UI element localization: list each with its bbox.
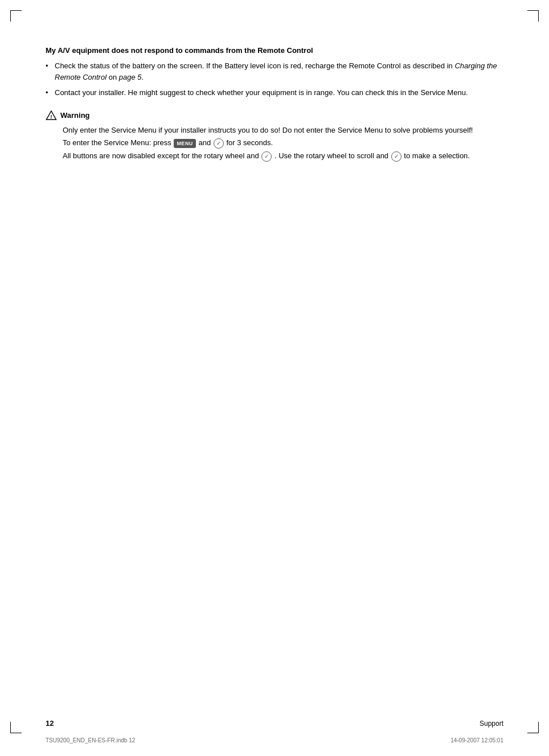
bullet-text-1a: Check the status of the battery on the s…: [55, 61, 454, 70]
warning-text-3a: All buttons are now disabled except for …: [63, 151, 261, 160]
menu-button-badge: MENU: [174, 139, 196, 148]
warning-header: ! Warning: [46, 110, 503, 121]
page-footer: 12 Support: [46, 719, 503, 728]
svg-text:!: !: [51, 114, 52, 120]
warning-title: Warning: [60, 111, 90, 120]
page-container: My A/V equipment does not respond to com…: [0, 0, 549, 756]
warning-text-3b: . Use the rotary wheel to scroll and: [274, 151, 391, 160]
bullet-list: Check the status of the battery on the s…: [46, 60, 503, 98]
warning-text-3c: to make a selection.: [404, 151, 470, 160]
list-item: Contact your installer. He might suggest…: [46, 87, 503, 98]
bullet-text-1c: .: [142, 73, 144, 81]
warning-box: ! Warning Only enter the Service Menu if…: [46, 110, 503, 162]
page-number: 12: [46, 719, 54, 728]
warning-line-1: Only enter the Service Menu if your inst…: [63, 125, 503, 137]
main-content: My A/V equipment does not respond to com…: [46, 46, 503, 162]
warning-line-3: All buttons are now disabled except for …: [63, 150, 503, 162]
warning-line-2: To enter the Service Menu: press MENU an…: [63, 137, 503, 149]
corner-mark-tr: [527, 10, 539, 22]
bullet-text-1b: on: [106, 73, 119, 81]
corner-mark-bl: [10, 722, 22, 733]
warning-content: Only enter the Service Menu if your inst…: [63, 125, 503, 162]
check-circle-2: ✓: [261, 151, 272, 162]
section-heading: My A/V equipment does not respond to com…: [46, 46, 503, 56]
check-circle-3: ✓: [391, 151, 401, 162]
warning-triangle-icon: !: [46, 110, 57, 121]
corner-mark-br: [527, 722, 539, 733]
corner-mark-tl: [10, 10, 22, 22]
bullet-text-2: Contact your installer. He might suggest…: [55, 88, 468, 97]
check-circle-1: ✓: [214, 138, 224, 149]
file-info-left: TSU9200_END_EN-ES-FR.indb 12: [46, 737, 135, 743]
list-item: Check the status of the battery on the s…: [46, 60, 503, 83]
footer-label: Support: [480, 720, 503, 728]
file-info-right: 14-09-2007 12:05:01: [450, 737, 503, 743]
file-info-bar: TSU9200_END_EN-ES-FR.indb 12 14-09-2007 …: [46, 737, 503, 743]
warning-text-2b: and: [199, 138, 213, 147]
bullet-italic-page: page 5: [119, 73, 142, 81]
warning-text-2c: for 3 seconds.: [226, 138, 273, 147]
warning-text-2a: To enter the Service Menu: press: [63, 138, 173, 147]
